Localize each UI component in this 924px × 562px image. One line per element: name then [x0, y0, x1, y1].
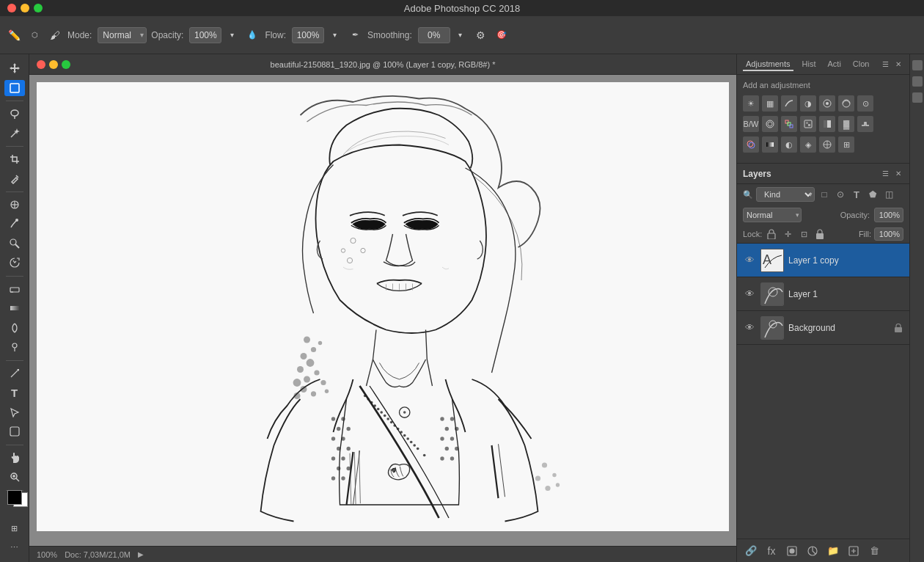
- brush-preset-icon[interactable]: 🖌: [47, 27, 63, 43]
- foreground-color[interactable]: [7, 490, 22, 505]
- move-tool[interactable]: [4, 60, 25, 77]
- adj-brightness2-icon[interactable]: ◐: [781, 136, 797, 153]
- adj-threshold-icon[interactable]: [857, 116, 873, 132]
- hand-tool[interactable]: [4, 449, 25, 466]
- flow-toggle-icon[interactable]: ▾: [326, 27, 342, 43]
- wand-tool[interactable]: [4, 125, 25, 142]
- filter-pixel-icon[interactable]: □: [818, 188, 831, 201]
- filter-shape-icon[interactable]: ⬟: [866, 188, 879, 201]
- opacity-toggle-icon[interactable]: ▾: [224, 27, 240, 43]
- adj-selective-color-icon[interactable]: [743, 136, 759, 153]
- adj-color-lookup-icon[interactable]: [800, 116, 816, 132]
- blend-mode-select[interactable]: Normal Multiply Screen Overlay: [743, 208, 802, 222]
- eraser-tool[interactable]: [4, 281, 25, 298]
- kind-select[interactable]: Kind Name Effect Mode Attribute Color: [756, 187, 815, 202]
- dodge-tool[interactable]: [4, 339, 25, 356]
- settings-icon[interactable]: ⚙: [473, 27, 489, 43]
- background-visibility[interactable]: 👁: [743, 321, 756, 335]
- link-layers-icon[interactable]: 🔗: [743, 543, 759, 559]
- far-right-icon-1[interactable]: [912, 60, 923, 70]
- adj-invert-icon[interactable]: [819, 116, 835, 132]
- adj-bw-icon[interactable]: B/W: [743, 116, 759, 132]
- layer-1-visibility[interactable]: 👁: [743, 288, 756, 301]
- path-selection-tool[interactable]: [4, 404, 25, 421]
- new-layer-icon[interactable]: [846, 543, 862, 559]
- extra-tools-icon[interactable]: ⊞: [4, 520, 25, 537]
- airbrush-icon[interactable]: 💧: [244, 27, 260, 43]
- brush-tool-icon[interactable]: ✏️: [6, 27, 22, 43]
- status-arrow-icon[interactable]: ▶: [138, 550, 144, 558]
- smoothing-options-icon[interactable]: 🎯: [494, 27, 510, 43]
- adjustments-icon[interactable]: [804, 543, 821, 559]
- filter-smart-icon[interactable]: ◫: [882, 188, 895, 201]
- delete-layer-icon[interactable]: 🗑: [866, 543, 882, 559]
- lock-position-icon[interactable]: ✛: [781, 227, 794, 241]
- opacity-value-input[interactable]: [874, 208, 903, 222]
- layer-row-background[interactable]: 👁 Background: [737, 311, 909, 345]
- stylus-icon[interactable]: ✒: [347, 27, 363, 43]
- type-tool[interactable]: T: [4, 384, 25, 401]
- opacity-input[interactable]: [189, 27, 221, 43]
- gradient-tool[interactable]: [4, 300, 25, 317]
- adj-hsl-icon[interactable]: [838, 95, 854, 112]
- eyedropper-tool[interactable]: [4, 170, 25, 187]
- blur-tool[interactable]: [4, 320, 25, 337]
- lock-all-icon[interactable]: [813, 227, 826, 241]
- canvas-window-controls[interactable]: [37, 60, 70, 69]
- adj-vibrance-icon[interactable]: [819, 95, 835, 112]
- kind-select-wrap[interactable]: Kind Name Effect Mode Attribute Color: [756, 187, 815, 202]
- group-layers-icon[interactable]: 📁: [825, 543, 841, 559]
- lock-pixels-icon[interactable]: [765, 227, 778, 241]
- smoothing-toggle-icon[interactable]: ▾: [452, 27, 469, 43]
- layers-close-icon[interactable]: ✕: [893, 169, 903, 179]
- far-right-icon-3[interactable]: [912, 92, 923, 103]
- mode-select-wrap[interactable]: Normal Multiply Screen: [98, 27, 147, 43]
- canvas-maximize-button[interactable]: [62, 60, 70, 69]
- layer-copy-visibility[interactable]: 👁: [743, 254, 756, 267]
- adj-channel-mix-icon[interactable]: [781, 116, 797, 132]
- flow-input[interactable]: [292, 27, 324, 43]
- adj-curves-icon[interactable]: [781, 95, 797, 112]
- filter-adjustment-icon[interactable]: ⊙: [834, 188, 847, 201]
- pen-tool[interactable]: [4, 365, 25, 382]
- layers-menu-icon[interactable]: ☰: [882, 169, 889, 178]
- adj-brightness-icon[interactable]: ☀: [743, 95, 759, 112]
- window-controls[interactable]: [7, 4, 43, 12]
- layer-row-layer-copy[interactable]: 👁 A Layer 1 copy: [737, 244, 909, 277]
- adj-photo-filter-icon[interactable]: [762, 116, 778, 132]
- layer-row-layer-1[interactable]: 👁 Layer 1: [737, 277, 909, 311]
- brush-options-icon[interactable]: ⬡: [26, 27, 43, 43]
- color-swatches[interactable]: [7, 490, 28, 507]
- adj-posterize-icon[interactable]: ▓: [838, 116, 854, 132]
- blend-mode-wrap[interactable]: Normal Multiply Screen Overlay: [743, 208, 802, 222]
- adj-cb-icon[interactable]: ⊙: [857, 95, 873, 112]
- minimize-button[interactable]: [21, 4, 29, 12]
- adj-grid-icon[interactable]: ⊞: [838, 136, 854, 153]
- close-button[interactable]: [7, 4, 16, 12]
- far-right-icon-2[interactable]: [912, 76, 923, 87]
- more-tools-icon[interactable]: ⋯: [4, 539, 25, 556]
- adj-gradient-icon[interactable]: [762, 136, 778, 153]
- maximize-button[interactable]: [34, 4, 43, 12]
- fill-value-input[interactable]: [874, 227, 903, 241]
- panel-menu-icon[interactable]: ☰: [882, 60, 889, 68]
- panel-close-icon[interactable]: ✕: [893, 59, 903, 70]
- selection-tool[interactable]: [4, 80, 25, 97]
- mode-select[interactable]: Normal Multiply Screen: [98, 27, 147, 43]
- tab-history[interactable]: Hist: [799, 58, 819, 71]
- tab-adjustments[interactable]: Adjustments: [743, 58, 793, 71]
- canvas-content[interactable]: [29, 75, 736, 546]
- patch-tool[interactable]: [4, 197, 25, 214]
- brush-tool[interactable]: [4, 216, 25, 233]
- lock-artboards-icon[interactable]: ⊡: [797, 227, 810, 241]
- layer-effects-icon[interactable]: fx: [763, 543, 780, 559]
- history-brush-tool[interactable]: [4, 255, 25, 271]
- crop-tool[interactable]: [4, 151, 25, 168]
- tab-actions[interactable]: Acti: [824, 58, 843, 71]
- adj-hdr-icon[interactable]: ◈: [800, 136, 816, 153]
- lasso-tool[interactable]: [4, 106, 25, 123]
- adj-levels-icon[interactable]: ▦: [762, 95, 778, 112]
- clone-stamp-tool[interactable]: [4, 236, 25, 252]
- tab-clone[interactable]: Clon: [850, 58, 873, 71]
- filter-text-icon[interactable]: T: [850, 188, 863, 201]
